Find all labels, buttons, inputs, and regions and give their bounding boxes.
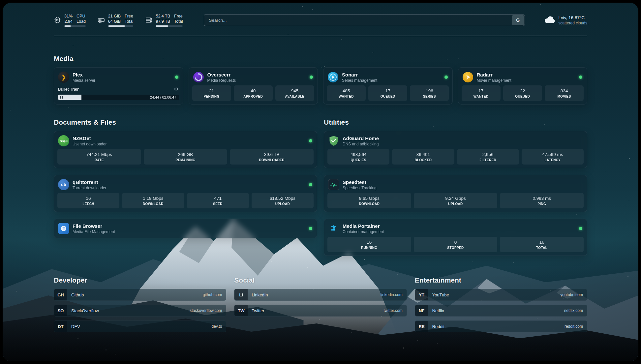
disk-widget: 52.4 TB 97.9 TB Free Total bbox=[145, 14, 183, 27]
memory-total-label: Total bbox=[125, 19, 133, 24]
service-name: Media Portainer bbox=[343, 223, 384, 229]
bookmark-url: reddit.com bbox=[565, 324, 583, 329]
nzbget-icon: nzbget bbox=[58, 135, 69, 146]
bookmark-url: github.com bbox=[203, 292, 222, 297]
service-subtitle: Movie management bbox=[477, 78, 511, 83]
bookmark-twitter[interactable]: TW Twitter twitter.com bbox=[234, 305, 407, 317]
service-name: Plex bbox=[73, 72, 95, 77]
section-title-utilities: Utilities bbox=[324, 118, 587, 126]
dashboard: 31% 2.94 CPU Load bbox=[3, 3, 638, 361]
disk-free-label: Free bbox=[174, 14, 183, 19]
section-utilities: Utilities AdGuard Home DNS and adblock bbox=[324, 118, 587, 256]
section-media: Media ❯ Plex Media server Bullet Train ⚙ bbox=[54, 55, 587, 105]
cpu-usage-label: CPU bbox=[76, 14, 86, 19]
bookmark-name: StackOverflow bbox=[71, 308, 99, 313]
bookmark-youtube[interactable]: YT YouTube youtube.com bbox=[415, 289, 587, 301]
stat-box: 17QUEUED bbox=[368, 85, 407, 101]
service-subtitle: Media Requests bbox=[207, 78, 236, 83]
service-name: Radarr bbox=[477, 72, 511, 77]
stat-box: 0STOPPED bbox=[414, 237, 498, 252]
playback-progress-bar[interactable]: 24:44 / 02:06:47 bbox=[58, 95, 179, 100]
status-dot bbox=[309, 183, 312, 186]
weather-location: Lviv, 16.87°C bbox=[559, 15, 587, 20]
bookmark-abbr: YT bbox=[415, 289, 428, 300]
service-card-portainer[interactable]: Media Portainer Container management 16R… bbox=[324, 219, 587, 256]
service-card-overseerr[interactable]: Overseerr Media Requests 21PENDING 40APP… bbox=[189, 67, 318, 105]
stat-box: 47.569 msLATENCY bbox=[522, 149, 584, 165]
service-card-nzbget[interactable]: nzbget NZBGet Usenet downloader 744.21 M… bbox=[54, 131, 317, 168]
search-provider-button[interactable]: G bbox=[512, 15, 524, 25]
bookmark-netflix[interactable]: NF Netflix netflix.com bbox=[415, 305, 587, 317]
memory-total-value: 64 GiB bbox=[108, 19, 121, 24]
service-card-speedtest[interactable]: Speedtest Speedtest Tracking 9.65 GbpsDO… bbox=[324, 175, 587, 212]
bookmark-url: stackoverflow.com bbox=[190, 308, 222, 313]
section-developer: Developer GH Github github.com SO StackO… bbox=[54, 276, 226, 332]
qbittorrent-icon: qb bbox=[58, 179, 69, 190]
stat-box: 471SEED bbox=[187, 193, 249, 208]
memory-progress-bar bbox=[108, 25, 134, 27]
stat-box: 16TOTAL bbox=[500, 237, 584, 252]
overseerr-icon bbox=[193, 72, 204, 83]
portainer-icon bbox=[328, 223, 339, 234]
stat-box: 39.6 TBDOWNLOADED bbox=[230, 149, 314, 165]
disk-total-value: 97.9 TB bbox=[156, 19, 170, 24]
bookmark-reddit[interactable]: RE Reddit reddit.com bbox=[415, 320, 587, 332]
section-documents: Documents & Files nzbget NZBGet Usenet d… bbox=[54, 118, 317, 238]
bookmark-url: netflix.com bbox=[564, 308, 583, 313]
service-subtitle: Speedtest Tracking bbox=[343, 186, 377, 190]
stat-box: 40APPROVED bbox=[234, 85, 273, 101]
stat-box: 1.19 GbpsDOWNLOAD bbox=[122, 193, 184, 208]
cpu-widget: 31% 2.94 CPU Load bbox=[54, 14, 86, 27]
bookmark-url: youtube.com bbox=[560, 292, 583, 297]
adguard-icon bbox=[328, 135, 339, 146]
bookmark-dev[interactable]: DT DEV dev.to bbox=[54, 320, 226, 332]
bookmark-url: dev.to bbox=[212, 324, 222, 329]
stat-box: 22QUEUED bbox=[503, 85, 542, 101]
stat-box: 498,564QUERIES bbox=[327, 149, 389, 165]
status-dot bbox=[579, 227, 582, 230]
service-card-qbittorrent[interactable]: qb qBittorrent Torrent downloader 16LEEC… bbox=[54, 175, 317, 212]
bookmark-abbr: GH bbox=[54, 289, 67, 300]
service-card-filebrowser[interactable]: File Browser Media File Management bbox=[54, 219, 317, 238]
bookmark-name: Reddit bbox=[432, 324, 445, 329]
section-title-media: Media bbox=[54, 55, 587, 63]
service-subtitle: DNS and adblocking bbox=[343, 142, 379, 146]
cpu-load-label: Load bbox=[76, 19, 86, 24]
service-card-radarr[interactable]: Radarr Movie management 17WANTED 22QUEUE… bbox=[458, 67, 588, 105]
cloud-icon bbox=[544, 15, 555, 25]
stat-box: 0.993 msPING bbox=[500, 193, 584, 208]
bookmark-github[interactable]: GH Github github.com bbox=[54, 289, 226, 301]
memory-icon bbox=[98, 16, 105, 24]
settings-gear-icon[interactable]: ⚙ bbox=[174, 86, 178, 92]
memory-free-value: 21 GiB bbox=[108, 14, 121, 19]
header: 31% 2.94 CPU Load bbox=[54, 11, 587, 30]
status-dot bbox=[309, 227, 312, 230]
stat-box: 945AVAILABLE bbox=[275, 85, 314, 101]
bookmark-linkedin[interactable]: LI LinkedIn linkedin.com bbox=[234, 289, 407, 301]
radarr-icon bbox=[462, 72, 473, 83]
pause-icon[interactable] bbox=[60, 96, 63, 99]
service-card-plex[interactable]: ❯ Plex Media server Bullet Train ⚙ bbox=[54, 67, 183, 105]
service-subtitle: Container management bbox=[343, 229, 384, 234]
bookmark-stackoverflow[interactable]: SO StackOverflow stackoverflow.com bbox=[54, 305, 226, 317]
stat-box: 16RUNNING bbox=[327, 237, 411, 252]
disk-total-label: Total bbox=[174, 19, 183, 24]
stat-box: 9.24 GbpsUPLOAD bbox=[414, 193, 498, 208]
service-subtitle: Media File Management bbox=[73, 229, 115, 234]
bookmark-abbr: TW bbox=[234, 305, 248, 316]
bookmark-abbr: LI bbox=[234, 289, 248, 300]
stat-box: 618.52 MbpsUPLOAD bbox=[252, 193, 314, 208]
service-subtitle: Series management bbox=[342, 78, 377, 83]
now-playing-title: Bullet Train bbox=[58, 87, 79, 92]
service-name: Overseerr bbox=[207, 72, 236, 77]
bookmark-name: LinkedIn bbox=[252, 292, 268, 297]
service-card-sonarr[interactable]: Sonarr Series management 485WANTED 17QUE… bbox=[323, 67, 453, 105]
search-input[interactable] bbox=[204, 14, 525, 26]
disk-free-value: 52.4 TB bbox=[156, 14, 170, 19]
bookmark-name: Twitter bbox=[252, 308, 264, 313]
section-title-documents: Documents & Files bbox=[54, 118, 317, 126]
bookmark-abbr: NF bbox=[415, 305, 428, 316]
speedtest-icon bbox=[328, 179, 339, 190]
service-card-adguard[interactable]: AdGuard Home DNS and adblocking 498,564Q… bbox=[324, 131, 587, 168]
stat-box: 21PENDING bbox=[192, 85, 231, 101]
